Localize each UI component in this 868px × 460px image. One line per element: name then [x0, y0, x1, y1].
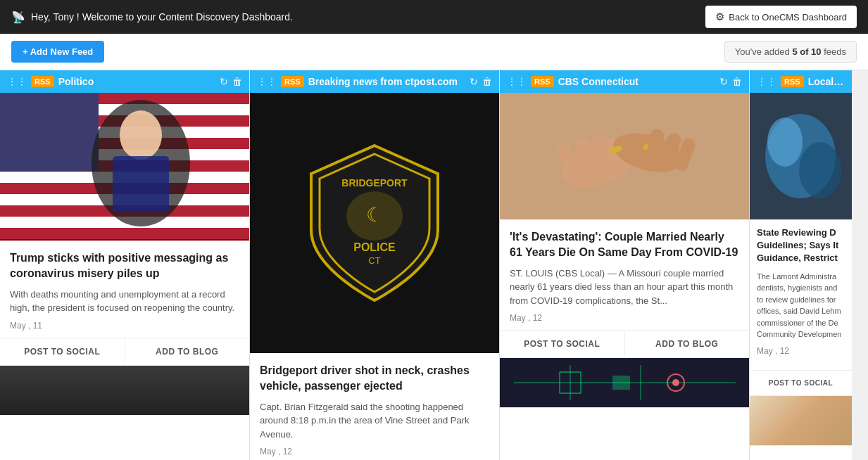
- article-image-circuit: [500, 358, 749, 407]
- feed-header-cbs: ⋮⋮ RSS CBS Connecticut ↻ 🗑: [500, 70, 749, 93]
- article-snippet-bridgeport: Capt. Brian Fitzgerald said the shooting…: [260, 400, 489, 442]
- feed-actions-politico: ↻ 🗑: [220, 76, 242, 87]
- feed-header-ctpost: ⋮⋮ RSS Breaking news from ctpost.com ↻ 🗑: [250, 70, 499, 93]
- rss-badge-cbs: RSS: [531, 76, 554, 87]
- article-title: Trump sticks with positive messaging as …: [10, 250, 239, 282]
- article-body-bridgeport: Bridgeport driver shot in neck, crashes …: [250, 353, 499, 456]
- article-card-nbc-2: [750, 396, 852, 446]
- post-to-social-button-cbs[interactable]: POST TO SOCIAL: [500, 331, 625, 357]
- rss-badge-nbc: RSS: [781, 76, 804, 87]
- hands-svg: [500, 93, 749, 219]
- top-bar: 📡 Hey, Tony ! Welcome to your Content Di…: [0, 0, 868, 34]
- feed-column-ctpost: ⋮⋮ RSS Breaking news from ctpost.com ↻ 🗑: [250, 70, 500, 460]
- article-title-nbc-1: State Reviewing D Guidelines; Says It Gu…: [757, 226, 845, 265]
- refresh-icon-ctpost[interactable]: ↻: [470, 76, 478, 87]
- svg-rect-17: [113, 156, 169, 212]
- article-card: Trump sticks with positive messaging as …: [0, 93, 249, 366]
- feeds-container: ⋮⋮ RSS Politico ↻ 🗑: [0, 70, 868, 460]
- drag-handle-politico[interactable]: ⋮⋮: [7, 76, 27, 87]
- add-feed-button[interactable]: + Add New Feed: [11, 41, 104, 63]
- svg-text:POLICE: POLICE: [353, 241, 396, 253]
- svg-text:BRIDGEPORT: BRIDGEPORT: [341, 177, 408, 189]
- article-card: BRIDGEPORT ☾ POLICE CT Bridgeport driver…: [250, 93, 499, 460]
- feed-content-cbs: 'It's Devastating': Couple Married Nearl…: [500, 93, 749, 460]
- feed-column-cbs: ⋮⋮ RSS CBS Connecticut ↻ 🗑: [500, 70, 750, 460]
- feed-column-politico: ⋮⋮ RSS Politico ↻ 🗑: [0, 70, 250, 460]
- article-body-nbc-1: State Reviewing D Guidelines; Says It Gu…: [750, 219, 852, 370]
- svg-text:☾: ☾: [366, 204, 384, 226]
- article-image-nbc-2: [750, 396, 852, 445]
- article-image-2: [0, 366, 249, 415]
- delete-icon-politico[interactable]: 🗑: [232, 76, 242, 87]
- feed-title-nbc: Local – NBC Co: [808, 76, 845, 87]
- drag-handle-nbc[interactable]: ⋮⋮: [757, 76, 776, 87]
- feed-counter-prefix: You've added: [735, 46, 793, 57]
- feed-title-politico: Politico: [58, 76, 215, 87]
- article-snippet: With deaths mounting and unemployment at…: [10, 288, 239, 315]
- circuit-svg: [500, 358, 749, 407]
- svg-point-45: [799, 142, 841, 198]
- welcome-section: 📡 Hey, Tony ! Welcome to your Content Di…: [11, 11, 293, 24]
- article-title-cbs-1: 'It's Devastating': Couple Married Nearl…: [510, 229, 739, 261]
- article-image-bridgeport: BRIDGEPORT ☾ POLICE CT: [250, 93, 499, 353]
- add-to-blog-button[interactable]: ADD TO BLOG: [125, 338, 250, 365]
- article-image-nbc: [750, 93, 852, 219]
- drag-handle-ctpost[interactable]: ⋮⋮: [257, 76, 277, 87]
- article-date-nbc-1: May , 12: [757, 346, 845, 356]
- delete-icon-cbs[interactable]: 🗑: [732, 76, 742, 87]
- trump-svg: [0, 93, 249, 241]
- feed-content-politico: Trump sticks with positive messaging as …: [0, 93, 249, 460]
- svg-point-44: [767, 117, 803, 167]
- feed-column-nbc: ⋮⋮ RSS Local – NBC Co State Reviewing D …: [750, 70, 852, 460]
- article-actions-cbs-1: POST TO SOCIAL ADD TO BLOG: [500, 330, 749, 357]
- toolbar: + Add New Feed You've added 5 of 10 feed…: [0, 34, 868, 70]
- feed-actions-cbs: ↻ 🗑: [719, 76, 742, 87]
- article-body: Trump sticks with positive messaging as …: [0, 241, 249, 331]
- back-to-cms-button[interactable]: ⚙ Back to OneCMS Dashboard: [705, 6, 857, 28]
- feed-counter-count: 5 of 10: [792, 46, 821, 57]
- post-to-social-button-nbc[interactable]: POST TO SOCIAL: [750, 371, 852, 395]
- add-feed-label: + Add New Feed: [23, 46, 93, 57]
- refresh-icon-cbs[interactable]: ↻: [719, 76, 728, 87]
- feed-header-nbc: ⋮⋮ RSS Local – NBC Co: [750, 70, 852, 93]
- svg-point-40: [672, 379, 679, 386]
- article-actions-nbc-1: POST TO SOCIAL: [750, 370, 852, 395]
- back-btn-label: Back to OneCMS Dashboard: [729, 12, 847, 23]
- feed-title-ctpost: Breaking news from ctpost.com: [308, 76, 465, 87]
- rss-icon-top: 📡: [11, 11, 25, 24]
- drag-handle-cbs[interactable]: ⋮⋮: [507, 76, 527, 87]
- svg-point-16: [120, 110, 162, 160]
- article-actions: POST TO SOCIAL ADD TO BLOG: [0, 338, 249, 365]
- post-to-social-button[interactable]: POST TO SOCIAL: [0, 338, 125, 365]
- svg-text:CT: CT: [368, 255, 380, 266]
- svg-rect-41: [612, 376, 630, 390]
- article-date: May , 11: [10, 321, 239, 331]
- article-title-bridgeport: Bridgeport driver shot in neck, crashes …: [260, 363, 489, 395]
- refresh-icon-politico[interactable]: ↻: [220, 76, 228, 87]
- article-body-cbs-1: 'It's Devastating': Couple Married Nearl…: [500, 219, 749, 323]
- article-snippet-nbc-1: The Lamont Administra dentists, hygienis…: [757, 271, 845, 340]
- article-date-cbs-1: May , 12: [510, 313, 739, 323]
- nbc-svg: [750, 93, 852, 219]
- feed-counter-suffix: feeds: [822, 46, 846, 57]
- add-to-blog-button-cbs[interactable]: ADD TO BLOG: [625, 331, 750, 357]
- feed-counter: You've added 5 of 10 feeds: [724, 41, 857, 63]
- feed-header-politico: ⋮⋮ RSS Politico ↻ 🗑: [0, 70, 249, 93]
- svg-rect-14: [0, 93, 99, 172]
- article-card-cbs-1: 'It's Devastating': Couple Married Nearl…: [500, 93, 749, 358]
- welcome-text: Hey, Tony ! Welcome to your Content Disc…: [31, 11, 293, 23]
- article-image-hands: [500, 93, 749, 219]
- feed-content-ctpost: BRIDGEPORT ☾ POLICE CT Bridgeport driver…: [250, 93, 499, 460]
- svg-rect-13: [0, 228, 249, 239]
- article-card-nbc-1: State Reviewing D Guidelines; Says It Gu…: [750, 93, 852, 396]
- article-date-bridgeport: May , 12: [260, 447, 489, 456]
- article-card: [0, 366, 249, 416]
- delete-icon-ctpost[interactable]: 🗑: [482, 76, 492, 87]
- rss-badge-politico: RSS: [31, 76, 54, 87]
- cms-icon: ⚙: [715, 11, 724, 23]
- article-snippet-cbs-1: ST. LOUIS (CBS Local) — A Missouri coupl…: [510, 267, 739, 308]
- feed-actions-ctpost: ↻ 🗑: [470, 76, 492, 87]
- badge-svg: BRIDGEPORT ☾ POLICE CT: [304, 139, 445, 307]
- article-card-cbs-2: [500, 358, 749, 408]
- rss-badge-ctpost: RSS: [281, 76, 304, 87]
